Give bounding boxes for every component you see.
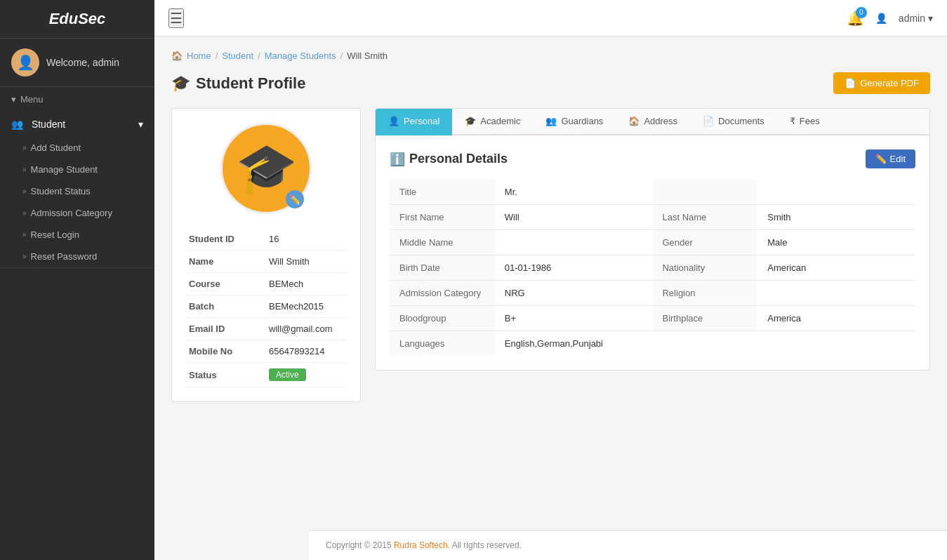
student-card: 🎓 ✏️ Student ID 16 Name Will Smith Cours… [171,108,361,402]
student-course-value: BEMech [266,273,346,295]
student-course-label: Course [186,273,266,295]
details-table: Title Mr. First Name Will Last Name Smit… [390,180,915,356]
sidebar-item-reset-password[interactable]: » Reset Password [0,246,154,267]
info-icon: ℹ️ [390,152,405,167]
avatar: 👤 [11,48,39,76]
main-content: ☰ 🔔 0 👤 admin ▾ 🏠 Home / Student / Manag… [154,0,947,560]
menu-toggle-button[interactable]: ☰ [168,8,184,28]
student-id-label: Student ID [186,228,266,251]
chevron-right-icon: » [22,166,27,173]
sidebar-item-reset-login[interactable]: » Reset Login [0,224,154,246]
student-email-value: will@gmail.com [266,318,346,340]
student-icon: 🎓 [171,74,190,93]
sidebar-item-manage-student[interactable]: » Manage Student [0,159,154,180]
avatar-wrapper: 🎓 ✏️ [186,123,346,214]
sidebar-item-admission-category[interactable]: » Admission Category [0,202,154,224]
notification-button[interactable]: 🔔 0 [847,10,864,27]
section-title: ℹ️ Personal Details [390,152,508,167]
breadcrumb-manage-students[interactable]: Manage Students [265,51,336,61]
student-name-value: Will Smith [266,251,346,273]
field-value: Male [757,230,915,255]
tab-documents[interactable]: 📄 Documents [690,109,777,135]
topbar-right: 🔔 0 👤 admin ▾ [847,10,933,27]
menu-header: ▾ Menu [0,87,154,112]
pdf-icon: 📄 [845,78,856,88]
chevron-right-icon: » [22,187,27,195]
table-row: Languages English,German,Punjabi [390,331,915,356]
field-label: Birth Date [390,255,495,281]
field-label: Nationality [652,255,757,281]
dropdown-arrow-icon: ▾ [928,13,933,24]
table-row: Title Mr. [390,180,915,205]
people-icon: 👥 [545,116,557,126]
field-label: Gender [652,230,757,255]
table-row: Course BEMech [186,273,346,295]
sidebar-user: 👤 Welcome, admin [0,39,154,87]
edit-avatar-button[interactable]: ✏️ [286,190,304,208]
tab-guardians[interactable]: 👥 Guardians [533,109,616,135]
app-logo: EduSec [0,0,154,39]
chevron-right-icon: » [22,231,27,239]
chevron-right-icon: » [22,253,27,260]
tabs-nav: 👤 Personal 🎓 Academic 👥 Guardians 🏠 Addr… [376,109,929,135]
student-email-label: Email ID [186,318,266,340]
table-row: Name Will Smith [186,251,346,273]
breadcrumb: 🏠 Home / Student / Manage Students / Wil… [171,51,930,61]
table-row: Status Active [186,363,346,387]
field-value: American [757,255,915,281]
graduation-cap-icon: 🎓 [465,116,476,126]
tab-personal[interactable]: 👤 Personal [376,109,452,135]
tab-fees[interactable]: ₹ Fees [777,109,833,135]
field-label: Middle Name [390,230,495,255]
field-value: NRG [495,281,653,306]
admin-menu-button[interactable]: admin ▾ [899,13,933,24]
table-row: Batch BEMech2015 [186,295,346,318]
sidebar-item-student-status[interactable]: » Student Status [0,180,154,202]
table-row: Mobile No 65647893214 [186,340,346,363]
field-label: Languages [390,331,495,356]
status-badge: Active [269,368,306,381]
sidebar: EduSec 👤 Welcome, admin ▾ Menu 👥 Student… [0,0,154,560]
graduation-icon: 🎓 [236,140,297,197]
topbar: ☰ 🔔 0 👤 admin ▾ [154,0,947,36]
student-section: 👥 Student ▾ » Add Student » Manage Stude… [0,112,154,268]
breadcrumb-home[interactable]: Home [187,51,211,61]
breadcrumb-student[interactable]: Student [222,51,253,61]
home-icon: 🏠 [171,51,183,61]
student-status-value: Active [266,363,346,387]
field-value: 01-01-1986 [495,255,653,281]
footer: Copyright © 2015 Rudra Softech. All righ… [309,530,947,560]
field-value: English,German,Punjabi [495,331,915,356]
chevron-icon: ▾ [138,119,143,130]
field-label: Religion [652,281,757,306]
tab-academic[interactable]: 🎓 Academic [452,109,533,135]
person-icon: 👤 [388,116,399,126]
sidebar-item-add-student[interactable]: » Add Student [0,137,154,159]
topbar-left: ☰ [168,8,184,28]
footer-company-link[interactable]: Rudra Softech. [394,540,450,550]
rupee-icon: ₹ [790,116,795,126]
file-icon: 📄 [703,116,714,126]
tab-address[interactable]: 🏠 Address [616,109,690,135]
chevron-right-icon: » [22,144,27,152]
student-section-title[interactable]: 👥 Student ▾ [0,112,154,137]
field-label: First Name [390,205,495,230]
users-icon: 👥 [11,119,23,130]
field-value: Smith [757,205,915,230]
field-value: B+ [495,306,653,331]
chevron-down-icon: ▾ [11,94,16,105]
student-status-label: Status [186,363,266,387]
generate-pdf-button[interactable]: 📄 Generate PDF [833,72,930,94]
field-value [495,230,653,255]
field-value: Mr. [495,180,653,205]
field-value [757,281,915,306]
student-batch-label: Batch [186,295,266,318]
field-value: Will [495,205,653,230]
table-row: Birth Date 01-01-1986 Nationality Americ… [390,255,915,281]
table-row: Middle Name Gender Male [390,230,915,255]
edit-button[interactable]: ✏️ Edit [866,149,915,168]
field-label: Admission Category [390,281,495,306]
field-value [757,180,915,205]
home-icon: 🏠 [628,116,640,126]
edit-icon: ✏️ [875,154,887,164]
